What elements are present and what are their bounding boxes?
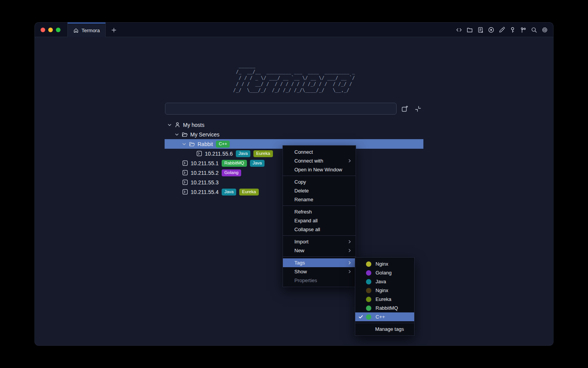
menu-item-expand-all[interactable]: Expand all [283,216,356,225]
tag-badge: Java [250,160,265,167]
chevron-right-icon [348,248,352,253]
menu-item-properties: Properties [283,276,356,285]
tree-row-my-hosts[interactable]: My hosts [165,120,423,130]
terminal-host-icon [196,150,203,157]
titlebar: Termora [35,23,553,37]
menu-item-connect-with[interactable]: Connect with [283,156,356,165]
tag-badge: Eureka [253,150,273,157]
terminal-host-icon [181,169,188,176]
tag-badge: C++ [216,141,230,148]
manage-tags-button[interactable]: Manage tags [355,325,414,334]
tree-label: 10.211.55.1 [191,160,219,166]
menu-item-copy[interactable]: Copy [283,177,356,186]
close-window-button[interactable] [41,28,45,32]
toolbar [456,23,548,37]
menu-separator [283,256,356,257]
menu-separator [283,176,356,176]
ascii-logo: ______ /_ __/__ _________ ___ ____ _____… [233,62,355,93]
tag-menu-item[interactable]: Golang [355,268,414,277]
tag-color-dot [366,314,371,320]
tag-color-dot [366,288,371,293]
menu-item-import[interactable]: Import [283,237,356,246]
zoom-window-button[interactable] [56,28,60,32]
folder-open-icon [181,131,188,138]
tag-color-dot [366,297,371,302]
add-host-button[interactable] [400,105,409,113]
menu-item-new[interactable]: New [283,246,356,255]
tree-label: Rabbit [198,141,213,147]
tag-menu-item-checked[interactable]: C++ [355,312,414,321]
search-icon[interactable] [531,26,537,33]
tag-badge: Java [222,189,236,196]
tree-label: 10.211.55.6 [205,151,233,157]
tag-menu-item[interactable]: Java [355,277,414,286]
menu-item-open-in-new-window[interactable]: Open in New Window [283,165,356,174]
tag-badge: Java [236,150,250,157]
app-window: Termora [34,22,554,346]
menu-item-tags[interactable]: Tags [283,258,356,267]
menu-item-connect[interactable]: Connect [283,148,356,156]
tag-menu-item[interactable]: Eureka [355,295,414,304]
menu-item-rename[interactable]: Rename [283,195,356,204]
menu-item-delete[interactable]: Delete [283,186,356,195]
chevron-down-icon[interactable] [167,122,173,128]
tree-label: My hosts [183,122,204,128]
key-icon[interactable] [509,26,516,33]
minimize-window-button[interactable] [48,28,53,32]
tag-color-dot [366,261,371,267]
chevron-right-icon [348,261,352,265]
folder-icon[interactable] [466,26,473,33]
tag-badge: RabbitMQ [222,160,247,167]
tab-termora[interactable]: Termora [67,23,106,37]
tree-label: 10.211.55.3 [191,179,219,186]
menu-separator [283,205,356,206]
tags-submenu: Nginx Golang Java Nginx Eureka RabbitMQ [355,257,415,336]
new-tab-button[interactable] [110,26,118,34]
branch-icon[interactable] [520,26,527,33]
traffic-lights [41,28,60,32]
menu-separator [355,323,414,323]
code-icon[interactable] [456,26,462,33]
edit-icon[interactable] [498,26,505,33]
record-icon[interactable] [488,26,495,33]
menu-item-show[interactable]: Show [283,267,356,276]
chevron-down-icon[interactable] [181,141,187,147]
tag-badge: Eureka [239,189,258,196]
context-menu: Connect Connect with Open in New Window … [283,145,356,287]
tag-menu-item[interactable]: Nginx [355,286,414,295]
tag-badge: Golang [222,169,241,176]
tag-color-dot [366,270,371,276]
folder-open-icon [188,141,195,148]
terminal-host-icon [181,160,188,167]
tree-row-my-services[interactable]: My Services [165,130,423,139]
terminal-host-icon [181,189,188,196]
tree-label: 10.211.55.2 [191,170,219,176]
menu-item-collapse-all[interactable]: Collapse all [283,225,356,234]
chevron-right-icon [348,240,352,244]
tag-menu-item[interactable]: Nginx [355,260,414,268]
tag-menu-item[interactable]: RabbitMQ [355,304,414,312]
chevron-right-icon [348,269,352,274]
tag-color-dot [366,306,371,311]
chevron-right-icon [348,159,352,163]
search-input[interactable] [165,103,397,115]
tab-label: Termora [82,28,100,33]
settings-icon[interactable] [541,26,548,33]
tag-color-dot [366,279,371,284]
user-icon [174,122,181,128]
terminal-host-icon [181,179,188,186]
tree-label: 10.211.55.4 [191,189,219,195]
log-icon[interactable] [477,26,484,33]
collapse-all-button[interactable] [414,105,422,113]
menu-separator [283,235,356,236]
home-icon [73,28,79,33]
tree-label: My Services [190,131,219,138]
chevron-down-icon[interactable] [174,131,180,138]
checkmark-icon [358,314,364,320]
menu-item-refresh[interactable]: Refresh [283,207,356,216]
